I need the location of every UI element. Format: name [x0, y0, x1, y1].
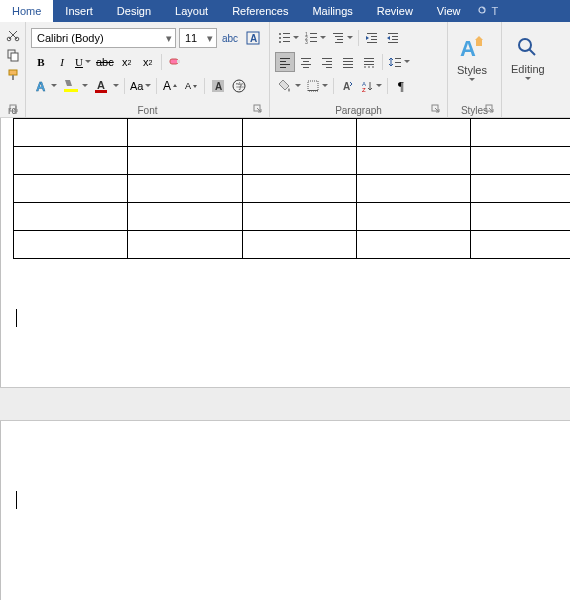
svg-rect-13 — [64, 89, 78, 92]
numbering-button[interactable]: 123 — [302, 28, 328, 48]
svg-rect-33 — [333, 33, 343, 34]
grow-font-button[interactable]: A — [160, 76, 180, 96]
svg-rect-32 — [310, 41, 317, 42]
svg-rect-41 — [388, 33, 398, 34]
font-group-label: Font — [29, 103, 266, 117]
svg-rect-11 — [177, 60, 180, 63]
svg-rect-57 — [343, 58, 353, 59]
table-row[interactable] — [14, 175, 571, 203]
svg-rect-54 — [326, 61, 332, 62]
text-effects-button[interactable]: A — [31, 76, 59, 96]
tab-mailings[interactable]: Mailings — [300, 0, 364, 22]
tab-view[interactable]: View — [425, 0, 473, 22]
bold-button[interactable]: B — [31, 52, 51, 72]
tab-insert[interactable]: Insert — [53, 0, 105, 22]
document-table[interactable] — [13, 118, 570, 259]
styles-button[interactable]: A Styles — [451, 24, 493, 90]
tab-design[interactable]: Design — [105, 0, 163, 22]
paragraph-group-label: Paragraph — [273, 103, 444, 117]
editing-button[interactable]: Editing — [505, 24, 551, 90]
separator — [204, 78, 205, 94]
tell-me[interactable]: T — [473, 0, 503, 22]
cut-button[interactable] — [4, 26, 22, 44]
svg-rect-46 — [280, 61, 286, 62]
document-area[interactable] — [0, 118, 570, 600]
svg-rect-30 — [310, 37, 317, 38]
align-center-button[interactable] — [296, 52, 316, 72]
borders-button[interactable] — [304, 76, 330, 96]
distributed-button[interactable] — [359, 52, 379, 72]
chevron-down-icon: ▾ — [207, 32, 213, 45]
line-spacing-button[interactable] — [386, 52, 412, 72]
svg-rect-63 — [364, 64, 374, 65]
table-row[interactable] — [14, 147, 571, 175]
sort-button[interactable]: AZ — [358, 76, 384, 96]
justify-button[interactable] — [338, 52, 358, 72]
clear-formatting-button[interactable] — [165, 52, 185, 72]
font-size-value: 11 — [185, 32, 197, 44]
tab-home[interactable]: Home — [0, 0, 53, 22]
clipboard-dialog-launcher[interactable] — [9, 104, 21, 116]
svg-rect-45 — [280, 58, 290, 59]
svg-rect-39 — [371, 39, 377, 40]
highlight-button[interactable] — [60, 76, 90, 96]
paragraph-dialog-launcher[interactable] — [431, 104, 443, 116]
svg-rect-49 — [301, 58, 311, 59]
document-page-2[interactable] — [0, 421, 570, 600]
change-case-button[interactable]: abc — [220, 28, 240, 48]
superscript-button[interactable]: x2 — [138, 52, 158, 72]
multilevel-list-button[interactable] — [329, 28, 355, 48]
svg-rect-10 — [170, 59, 178, 64]
ribbon-tabs: Home Insert Design Layout References Mai… — [0, 0, 570, 22]
separator — [156, 78, 157, 94]
document-page-1 — [0, 118, 570, 387]
svg-rect-52 — [303, 67, 309, 68]
font-size-combo[interactable]: 11 ▾ — [179, 28, 217, 48]
svg-rect-6 — [12, 75, 14, 80]
table-row[interactable] — [14, 231, 571, 259]
enclose-characters-button[interactable]: 字 — [229, 76, 249, 96]
svg-rect-38 — [371, 36, 377, 37]
svg-rect-22 — [283, 33, 290, 34]
shading-button[interactable] — [275, 76, 303, 96]
svg-rect-55 — [322, 64, 332, 65]
font-color-button[interactable]: A — [91, 76, 121, 96]
show-hide-button[interactable]: ¶ — [391, 76, 411, 96]
tab-references[interactable]: References — [220, 0, 300, 22]
svg-text:A: A — [97, 79, 105, 91]
separator — [358, 30, 359, 46]
bullets-button[interactable] — [275, 28, 301, 48]
table-row[interactable] — [14, 119, 571, 147]
separator — [333, 78, 334, 94]
italic-button[interactable]: I — [52, 52, 72, 72]
svg-point-23 — [279, 37, 281, 39]
asian-layout-button[interactable]: A — [337, 76, 357, 96]
tab-review[interactable]: Review — [365, 0, 425, 22]
text-effects-box[interactable]: A — [243, 28, 263, 48]
svg-text:3: 3 — [305, 39, 308, 45]
font-dialog-launcher[interactable] — [253, 104, 265, 116]
strikethrough-button[interactable]: abc — [94, 52, 116, 72]
group-font: Calibri (Body) ▾ 11 ▾ abc A B I U abc x2… — [26, 22, 270, 117]
svg-rect-50 — [303, 61, 309, 62]
styles-dialog-launcher[interactable] — [485, 104, 497, 116]
decrease-indent-button[interactable] — [362, 28, 382, 48]
font-name-combo[interactable]: Calibri (Body) ▾ — [31, 28, 176, 48]
format-painter-button[interactable] — [4, 66, 22, 84]
copy-button[interactable] — [4, 46, 22, 64]
svg-rect-67 — [308, 81, 318, 91]
svg-rect-51 — [301, 64, 311, 65]
underline-button[interactable]: U — [73, 52, 93, 72]
svg-rect-28 — [310, 33, 317, 34]
tab-layout[interactable]: Layout — [163, 0, 220, 22]
shrink-font-button[interactable]: A — [181, 76, 201, 96]
subscript-button[interactable]: x2 — [117, 52, 137, 72]
change-case-aa-button[interactable]: Aa — [128, 76, 153, 96]
character-shading-button[interactable]: A — [208, 76, 228, 96]
svg-rect-66 — [395, 66, 401, 67]
align-left-button[interactable] — [275, 52, 295, 72]
table-row[interactable] — [14, 203, 571, 231]
align-right-button[interactable] — [317, 52, 337, 72]
clipboard-label: rd — [3, 103, 22, 117]
increase-indent-button[interactable] — [383, 28, 403, 48]
